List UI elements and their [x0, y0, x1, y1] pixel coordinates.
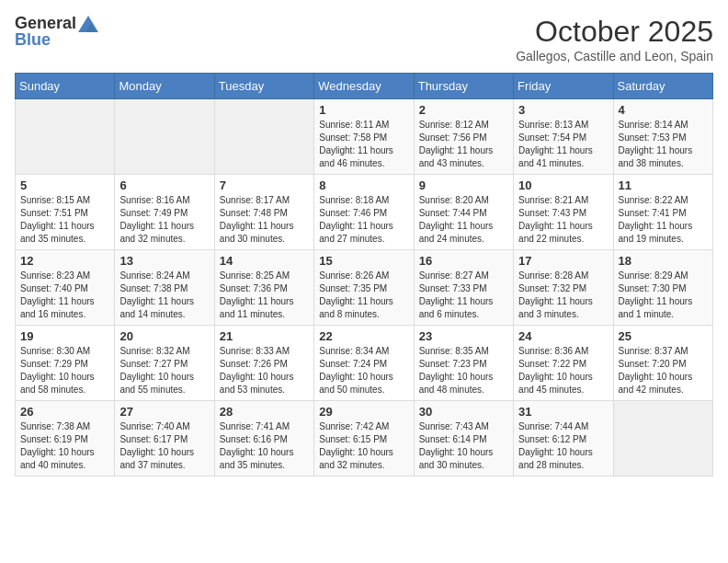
calendar-week-row: 1Sunrise: 8:11 AM Sunset: 7:58 PM Daylig… — [16, 99, 713, 175]
calendar-cell — [16, 99, 115, 175]
calendar-cell: 25Sunrise: 8:37 AM Sunset: 7:20 PM Dayli… — [613, 326, 712, 401]
day-info: Sunrise: 8:22 AM Sunset: 7:41 PM Dayligh… — [619, 194, 708, 246]
day-info: Sunrise: 8:34 AM Sunset: 7:24 PM Dayligh… — [319, 345, 408, 396]
day-info: Sunrise: 8:20 AM Sunset: 7:44 PM Dayligh… — [419, 194, 508, 246]
day-info: Sunrise: 8:37 AM Sunset: 7:20 PM Dayligh… — [619, 345, 708, 396]
calendar-cell — [214, 99, 313, 175]
day-info: Sunrise: 8:27 AM Sunset: 7:33 PM Dayligh… — [419, 270, 508, 321]
calendar-cell: 26Sunrise: 7:38 AM Sunset: 6:19 PM Dayli… — [16, 401, 115, 477]
day-number: 23 — [419, 329, 508, 343]
day-number: 30 — [419, 405, 508, 419]
day-info: Sunrise: 8:16 AM Sunset: 7:49 PM Dayligh… — [119, 194, 209, 246]
calendar-week-row: 19Sunrise: 8:30 AM Sunset: 7:29 PM Dayli… — [16, 326, 713, 401]
day-info: Sunrise: 8:26 AM Sunset: 7:35 PM Dayligh… — [319, 270, 408, 321]
calendar-cell: 12Sunrise: 8:23 AM Sunset: 7:40 PM Dayli… — [16, 250, 115, 326]
calendar-cell: 21Sunrise: 8:33 AM Sunset: 7:26 PM Dayli… — [214, 326, 313, 401]
logo-blue: Blue — [15, 31, 98, 50]
calendar-cell: 20Sunrise: 8:32 AM Sunset: 7:27 PM Dayli… — [115, 326, 214, 401]
day-info: Sunrise: 8:13 AM Sunset: 7:54 PM Dayligh… — [518, 119, 608, 170]
calendar-week-row: 26Sunrise: 7:38 AM Sunset: 6:19 PM Dayli… — [16, 401, 713, 477]
day-info: Sunrise: 8:18 AM Sunset: 7:46 PM Dayligh… — [319, 194, 408, 246]
day-number: 18 — [619, 254, 708, 268]
day-number: 8 — [319, 178, 408, 192]
day-info: Sunrise: 8:17 AM Sunset: 7:48 PM Dayligh… — [220, 194, 309, 246]
day-number: 6 — [119, 178, 209, 192]
calendar-cell: 10Sunrise: 8:21 AM Sunset: 7:43 PM Dayli… — [514, 175, 613, 250]
calendar-cell: 17Sunrise: 8:28 AM Sunset: 7:32 PM Dayli… — [514, 250, 613, 326]
day-info: Sunrise: 8:29 AM Sunset: 7:30 PM Dayligh… — [619, 270, 708, 321]
calendar-cell: 23Sunrise: 8:35 AM Sunset: 7:23 PM Dayli… — [414, 326, 513, 401]
day-info: Sunrise: 8:33 AM Sunset: 7:26 PM Dayligh… — [220, 345, 309, 396]
day-number: 14 — [220, 254, 309, 268]
calendar-cell: 18Sunrise: 8:29 AM Sunset: 7:30 PM Dayli… — [613, 250, 712, 326]
calendar-cell: 14Sunrise: 8:25 AM Sunset: 7:36 PM Dayli… — [214, 250, 313, 326]
weekday-header: Tuesday — [214, 74, 313, 99]
day-info: Sunrise: 7:42 AM Sunset: 6:15 PM Dayligh… — [319, 420, 408, 472]
calendar-cell: 29Sunrise: 7:42 AM Sunset: 6:15 PM Dayli… — [314, 401, 414, 477]
calendar-table: SundayMondayTuesdayWednesdayThursdayFrid… — [15, 73, 713, 477]
day-number: 25 — [619, 329, 708, 343]
calendar-cell: 11Sunrise: 8:22 AM Sunset: 7:41 PM Dayli… — [613, 175, 712, 250]
calendar-cell: 24Sunrise: 8:36 AM Sunset: 7:22 PM Dayli… — [514, 326, 613, 401]
day-info: Sunrise: 7:40 AM Sunset: 6:17 PM Dayligh… — [119, 420, 209, 472]
calendar-cell — [613, 401, 712, 477]
day-info: Sunrise: 8:36 AM Sunset: 7:22 PM Dayligh… — [518, 345, 608, 396]
day-number: 3 — [518, 103, 608, 117]
day-number: 13 — [119, 254, 209, 268]
weekday-header: Thursday — [414, 74, 513, 99]
day-info: Sunrise: 8:12 AM Sunset: 7:56 PM Dayligh… — [419, 119, 508, 170]
page-header: General Blue October 2025 Gallegos, Cast… — [15, 15, 713, 63]
weekday-header: Wednesday — [314, 74, 414, 99]
day-number: 28 — [220, 405, 309, 419]
day-info: Sunrise: 8:32 AM Sunset: 7:27 PM Dayligh… — [119, 345, 209, 396]
day-number: 4 — [619, 103, 708, 117]
day-number: 26 — [20, 405, 109, 419]
calendar-cell: 19Sunrise: 8:30 AM Sunset: 7:29 PM Dayli… — [16, 326, 115, 401]
calendar-week-row: 12Sunrise: 8:23 AM Sunset: 7:40 PM Dayli… — [16, 250, 713, 326]
logo-icon — [78, 16, 98, 32]
day-info: Sunrise: 8:25 AM Sunset: 7:36 PM Dayligh… — [220, 270, 309, 321]
day-info: Sunrise: 8:15 AM Sunset: 7:51 PM Dayligh… — [20, 194, 109, 246]
calendar-cell: 3Sunrise: 8:13 AM Sunset: 7:54 PM Daylig… — [514, 99, 613, 175]
day-info: Sunrise: 7:41 AM Sunset: 6:16 PM Dayligh… — [220, 420, 309, 472]
day-number: 31 — [518, 405, 608, 419]
calendar-cell: 16Sunrise: 8:27 AM Sunset: 7:33 PM Dayli… — [414, 250, 513, 326]
calendar-cell: 5Sunrise: 8:15 AM Sunset: 7:51 PM Daylig… — [16, 175, 115, 250]
weekday-header: Monday — [115, 74, 214, 99]
calendar-header-row: SundayMondayTuesdayWednesdayThursdayFrid… — [16, 74, 713, 99]
weekday-header: Friday — [514, 74, 613, 99]
calendar-cell: 1Sunrise: 8:11 AM Sunset: 7:58 PM Daylig… — [314, 99, 414, 175]
day-info: Sunrise: 8:11 AM Sunset: 7:58 PM Dayligh… — [319, 119, 408, 170]
day-number: 15 — [319, 254, 408, 268]
calendar-cell: 2Sunrise: 8:12 AM Sunset: 7:56 PM Daylig… — [414, 99, 513, 175]
day-number: 2 — [419, 103, 508, 117]
day-info: Sunrise: 8:24 AM Sunset: 7:38 PM Dayligh… — [119, 270, 209, 321]
day-number: 1 — [319, 103, 408, 117]
day-number: 16 — [419, 254, 508, 268]
logo: General Blue — [15, 15, 98, 50]
day-info: Sunrise: 7:44 AM Sunset: 6:12 PM Dayligh… — [518, 420, 608, 472]
day-number: 24 — [518, 329, 608, 343]
calendar-cell: 22Sunrise: 8:34 AM Sunset: 7:24 PM Dayli… — [314, 326, 414, 401]
day-number: 19 — [20, 329, 109, 343]
calendar-week-row: 5Sunrise: 8:15 AM Sunset: 7:51 PM Daylig… — [16, 175, 713, 250]
day-number: 7 — [220, 178, 309, 192]
day-info: Sunrise: 8:30 AM Sunset: 7:29 PM Dayligh… — [20, 345, 109, 396]
weekday-header: Sunday — [16, 74, 115, 99]
calendar-cell: 31Sunrise: 7:44 AM Sunset: 6:12 PM Dayli… — [514, 401, 613, 477]
day-info: Sunrise: 7:38 AM Sunset: 6:19 PM Dayligh… — [20, 420, 109, 472]
day-number: 11 — [619, 178, 708, 192]
day-number: 12 — [20, 254, 109, 268]
day-number: 21 — [220, 329, 309, 343]
day-number: 20 — [119, 329, 209, 343]
calendar-cell: 28Sunrise: 7:41 AM Sunset: 6:16 PM Dayli… — [214, 401, 313, 477]
day-info: Sunrise: 8:23 AM Sunset: 7:40 PM Dayligh… — [20, 270, 109, 321]
calendar-cell: 13Sunrise: 8:24 AM Sunset: 7:38 PM Dayli… — [115, 250, 214, 326]
calendar-cell: 30Sunrise: 7:43 AM Sunset: 6:14 PM Dayli… — [414, 401, 513, 477]
title-section: October 2025 Gallegos, Castille and Leon… — [516, 15, 713, 63]
calendar-cell: 9Sunrise: 8:20 AM Sunset: 7:44 PM Daylig… — [414, 175, 513, 250]
day-number: 22 — [319, 329, 408, 343]
day-number: 17 — [518, 254, 608, 268]
calendar-cell: 7Sunrise: 8:17 AM Sunset: 7:48 PM Daylig… — [214, 175, 313, 250]
day-number: 9 — [419, 178, 508, 192]
